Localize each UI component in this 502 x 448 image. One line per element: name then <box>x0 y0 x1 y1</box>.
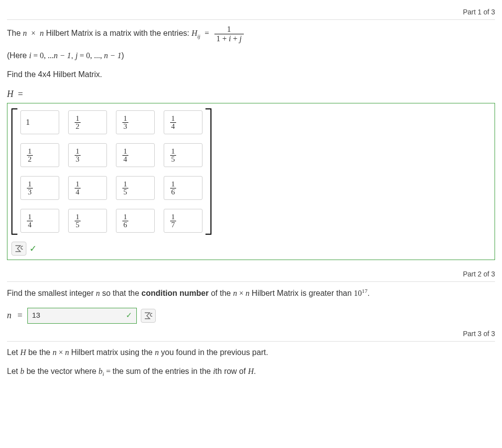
subscript-ij: ij <box>198 33 201 39</box>
part1-find: Find the 4x4 Hilbert Matrix. <box>7 69 495 81</box>
equals: = <box>104 367 112 375</box>
var-n: n <box>65 348 69 357</box>
times-symbol: × <box>31 29 35 37</box>
text: you found in the previous part. <box>159 348 268 357</box>
equation-preferences-button[interactable] <box>141 309 156 323</box>
divider <box>7 19 495 20</box>
var-n: n <box>23 29 27 37</box>
matrix-cell-1-2[interactable]: 14 <box>116 143 155 167</box>
part-label-2: Part 2 of 3 <box>7 269 495 279</box>
matrix-bracket: 1 12 13 14 12 13 14 15 13 14 15 16 14 15… <box>11 108 211 235</box>
matrix-cell-1-0[interactable]: 12 <box>20 143 59 167</box>
sigma-icon <box>15 245 23 252</box>
var-n-minus-1: n − 1 <box>54 51 71 60</box>
matrix-cell-0-0[interactable]: 1 <box>20 110 59 134</box>
var-j: j <box>239 34 241 43</box>
text: Hilbert Matrix is greater than <box>249 289 354 298</box>
denominator: 1 + i + j <box>214 34 244 43</box>
part2-text: Find the smallest integer n so that the … <box>7 287 495 299</box>
equals: = <box>18 89 23 99</box>
cell-value: 12 <box>27 148 33 163</box>
matrix-cell-2-2[interactable]: 15 <box>116 176 155 200</box>
matrix-cell-2-0[interactable]: 13 <box>20 176 59 200</box>
text: Let <box>7 367 20 375</box>
times-symbol: × <box>59 348 63 357</box>
text: 1 + <box>216 34 229 43</box>
matrix-cell-0-3[interactable]: 14 <box>164 110 202 134</box>
text: , <box>71 51 76 60</box>
cell-value: 16 <box>170 180 176 196</box>
matrix-cell-3-0[interactable]: 14 <box>20 209 59 233</box>
part1-intro: The n × n Hilbert Matrix is a matrix wit… <box>7 25 495 43</box>
text: Find the smallest integer <box>7 289 96 298</box>
correct-check-icon: ✓ <box>29 242 37 256</box>
text: Let <box>7 348 20 357</box>
cell-value: 12 <box>75 115 81 130</box>
text: be the vector where <box>24 367 99 375</box>
var-bi: b <box>99 367 102 375</box>
cell-value: 15 <box>75 213 81 229</box>
var-n: n <box>7 309 11 322</box>
var-H: H <box>192 29 198 37</box>
correct-check-icon: ✓ <box>126 310 132 321</box>
exponent-17: 17 <box>362 288 367 294</box>
text: ) <box>121 51 124 60</box>
matrix-cell-0-2[interactable]: 13 <box>116 110 155 134</box>
numerator: 1 <box>214 25 244 34</box>
equals: = <box>204 29 209 37</box>
text: Hilbert matrix using the <box>69 348 155 357</box>
cell-value: 1 <box>26 116 30 128</box>
text: the sum of the entries in the <box>112 367 213 375</box>
var-H: H <box>7 89 13 99</box>
matrix-cell-1-3[interactable]: 15 <box>164 143 202 167</box>
part-label-1: Part 1 of 3 <box>7 7 495 17</box>
n-answer-input[interactable]: 13 ✓ <box>27 308 137 324</box>
cell-value: 14 <box>75 180 81 196</box>
sigma-icon <box>144 312 152 319</box>
equation-preferences-button[interactable] <box>11 242 26 256</box>
fraction: 1 1 + i + j <box>214 25 244 43</box>
n-value: 13 <box>32 310 40 321</box>
H-equals: H = <box>7 88 495 101</box>
var-b: b <box>20 367 24 375</box>
var-n: n <box>96 289 100 298</box>
matrix-cell-1-1[interactable]: 13 <box>68 143 107 167</box>
var-n: n <box>40 29 44 37</box>
text: The <box>7 29 23 37</box>
matrix-cell-3-2[interactable]: 16 <box>116 209 155 233</box>
part3-line1: Let H be the n × n Hilbert matrix using … <box>7 347 495 358</box>
var-H: H <box>248 367 254 375</box>
ten: 10 <box>354 289 362 298</box>
text: Hilbert Matrix is a matrix with the entr… <box>46 29 192 37</box>
part3-line2: Let b be the vector where bi = the sum o… <box>7 365 495 378</box>
matrix-answer-box: 1 12 13 14 12 13 14 15 13 14 15 16 14 15… <box>7 103 495 260</box>
matrix-cell-3-1[interactable]: 15 <box>68 209 107 233</box>
sp <box>36 29 38 37</box>
text: so that the <box>100 289 142 298</box>
divider <box>7 341 495 342</box>
cell-value: 14 <box>27 213 33 229</box>
cell-value: 13 <box>122 115 128 130</box>
text: (Here <box>7 51 29 60</box>
var-n-minus-1: n − 1 <box>104 51 121 60</box>
matrix-cell-2-1[interactable]: 14 <box>68 176 107 200</box>
matrix-toolbar: ✓ <box>11 242 491 256</box>
bold-condition-number: condition number <box>141 289 208 298</box>
matrix-cell-2-3[interactable]: 16 <box>164 176 202 200</box>
text: . <box>367 289 369 298</box>
var-n: n <box>155 348 159 357</box>
cell-value: 16 <box>122 213 128 229</box>
var-n: n <box>53 348 57 357</box>
text: + <box>231 34 239 43</box>
matrix-cell-0-1[interactable]: 12 <box>68 110 107 134</box>
text: = 0, ..., <box>78 51 104 60</box>
matrix-grid: 1 12 13 14 12 13 14 15 13 14 15 16 14 15… <box>17 108 205 235</box>
part1-range: (Here i = 0, ...n − 1, j = 0, ..., n − 1… <box>7 50 495 62</box>
cell-value: 13 <box>75 148 81 163</box>
matrix-cell-3-3[interactable]: 17 <box>164 209 202 233</box>
equals: = <box>17 309 22 322</box>
part-label-3: Part 3 of 3 <box>7 329 495 339</box>
text: . <box>254 367 256 375</box>
divider <box>7 281 495 282</box>
text: th row of <box>215 367 248 375</box>
